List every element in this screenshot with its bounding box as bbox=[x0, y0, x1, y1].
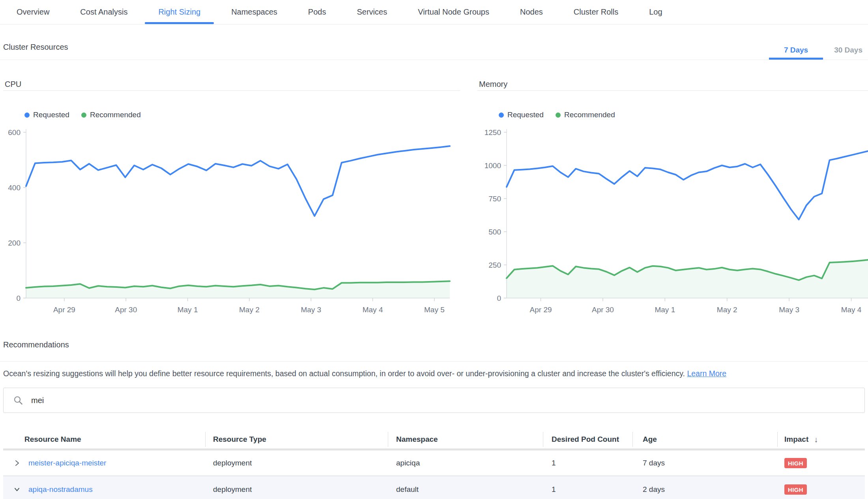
legend-label: Requested bbox=[33, 111, 69, 119]
age-cell: 2 days bbox=[632, 485, 777, 494]
chevron-right-icon[interactable] bbox=[13, 460, 21, 467]
memory-line-chart: 025050075010001250Apr 29Apr 30May 1May 2… bbox=[477, 125, 868, 315]
cpu-chart-panel: CPU Requested Recommended 0200400600Apr … bbox=[3, 77, 460, 320]
description-text: Ocean's resizing suggestions will help y… bbox=[3, 369, 685, 378]
col-header-resource-name[interactable]: Resource Name bbox=[3, 430, 205, 448]
memory-chart-panel: Memory Requested Recommended 02505007501… bbox=[477, 77, 868, 320]
tab-cost-analysis[interactable]: Cost Analysis bbox=[80, 0, 127, 24]
cpu-legend-requested[interactable]: Requested bbox=[24, 111, 69, 119]
svg-text:May 5: May 5 bbox=[424, 306, 445, 314]
svg-text:May 3: May 3 bbox=[301, 306, 321, 314]
col-header-age[interactable]: Age bbox=[632, 430, 777, 448]
impact-high-badge: HIGH bbox=[784, 484, 807, 495]
impact-cell: HIGH bbox=[777, 484, 865, 495]
resource-name-cell: meister-apiciqa-meister bbox=[3, 459, 205, 467]
memory-chart-title: Memory bbox=[479, 80, 507, 89]
memory-legend-recommended[interactable]: Recommended bbox=[556, 111, 615, 119]
age-cell: 7 days bbox=[632, 459, 777, 467]
svg-text:May 2: May 2 bbox=[717, 306, 737, 314]
col-header-impact[interactable]: Impact ↓ bbox=[777, 430, 865, 448]
svg-text:Apr 29: Apr 29 bbox=[53, 306, 75, 314]
learn-more-link[interactable]: Learn More bbox=[687, 369, 726, 378]
memory-legend: Requested Recommended bbox=[499, 111, 615, 119]
tab-namespaces[interactable]: Namespaces bbox=[231, 0, 277, 24]
svg-text:0: 0 bbox=[497, 294, 501, 302]
svg-text:0: 0 bbox=[16, 294, 21, 302]
legend-label: Recommended bbox=[90, 111, 141, 119]
svg-text:Apr 30: Apr 30 bbox=[592, 306, 614, 314]
table-row[interactable]: meister-apiciqa-meister deployment apici… bbox=[3, 450, 865, 476]
time-range-toggle: 7 Days 30 Days bbox=[784, 41, 862, 60]
svg-text:400: 400 bbox=[8, 184, 21, 192]
svg-text:Apr 30: Apr 30 bbox=[115, 306, 137, 314]
svg-text:May 1: May 1 bbox=[655, 306, 675, 314]
desired-pod-count-cell: 1 bbox=[543, 485, 632, 494]
table-header-row: Resource Name Resource Type Namespace De… bbox=[3, 430, 865, 448]
range-tab-7-days[interactable]: 7 Days bbox=[784, 41, 808, 60]
svg-text:Apr 29: Apr 29 bbox=[530, 306, 552, 314]
tab-log[interactable]: Log bbox=[649, 0, 662, 24]
svg-text:May 4: May 4 bbox=[841, 306, 862, 314]
cpu-title-divider bbox=[3, 90, 460, 91]
cpu-legend: Requested Recommended bbox=[24, 111, 141, 119]
recommended-dot-icon bbox=[81, 113, 86, 118]
col-header-namespace[interactable]: Namespace bbox=[388, 430, 543, 448]
table-row[interactable]: apiqa-nostradamus deployment default 1 2… bbox=[3, 476, 865, 499]
range-tab-30-days[interactable]: 30 Days bbox=[834, 41, 862, 60]
col-header-desired-pod-count[interactable]: Desired Pod Count bbox=[543, 430, 632, 448]
resource-type-cell: deployment bbox=[205, 485, 388, 494]
search-icon bbox=[13, 396, 23, 405]
svg-text:May 1: May 1 bbox=[178, 306, 198, 314]
resource-name-cell: apiqa-nostradamus bbox=[3, 485, 205, 494]
cluster-resources-title: Cluster Resources bbox=[3, 43, 68, 52]
col-header-resource-type[interactable]: Resource Type bbox=[205, 430, 388, 448]
recommendations-table: Resource Name Resource Type Namespace De… bbox=[3, 430, 865, 499]
impact-cell: HIGH bbox=[777, 458, 865, 468]
recommendations-description: Ocean's resizing suggestions will help y… bbox=[3, 368, 865, 379]
top-nav: Overview Cost Analysis Right Sizing Name… bbox=[0, 0, 868, 24]
cpu-line-chart: 0200400600Apr 29Apr 30May 1May 2May 3May… bbox=[3, 125, 460, 315]
svg-text:250: 250 bbox=[488, 261, 501, 269]
svg-text:200: 200 bbox=[8, 239, 21, 247]
svg-text:May 4: May 4 bbox=[363, 306, 383, 314]
tab-right-sizing[interactable]: Right Sizing bbox=[158, 0, 200, 24]
svg-text:May 3: May 3 bbox=[779, 306, 799, 314]
right-sizing-page: Overview Cost Analysis Right Sizing Name… bbox=[0, 0, 868, 499]
svg-text:750: 750 bbox=[488, 195, 501, 203]
svg-text:600: 600 bbox=[8, 128, 21, 137]
sort-descending-icon[interactable]: ↓ bbox=[814, 435, 818, 444]
legend-label: Requested bbox=[507, 111, 544, 119]
cluster-resources-header: Cluster Resources 7 Days 30 Days bbox=[0, 24, 868, 60]
cpu-chart-title: CPU bbox=[5, 80, 21, 89]
impact-high-badge: HIGH bbox=[784, 458, 807, 468]
memory-legend-requested[interactable]: Requested bbox=[499, 111, 544, 119]
recommendations-title: Recommendations bbox=[3, 340, 69, 349]
tab-services[interactable]: Services bbox=[357, 0, 387, 24]
cpu-legend-recommended[interactable]: Recommended bbox=[81, 111, 141, 119]
recommendations-divider bbox=[0, 361, 868, 362]
memory-title-divider bbox=[477, 90, 868, 91]
search-input[interactable] bbox=[3, 388, 865, 413]
tab-pods[interactable]: Pods bbox=[308, 0, 326, 24]
desired-pod-count-cell: 1 bbox=[543, 459, 632, 467]
tab-nodes[interactable]: Nodes bbox=[520, 0, 543, 24]
resource-type-cell: deployment bbox=[205, 459, 388, 467]
tab-cluster-rolls[interactable]: Cluster Rolls bbox=[574, 0, 618, 24]
namespace-cell: apiciqa bbox=[388, 459, 543, 467]
svg-text:1250: 1250 bbox=[485, 128, 501, 137]
recommended-dot-icon bbox=[556, 113, 561, 118]
tab-overview[interactable]: Overview bbox=[17, 0, 49, 24]
chevron-down-icon[interactable] bbox=[13, 486, 21, 493]
requested-dot-icon bbox=[499, 113, 504, 118]
resource-name-link[interactable]: apiqa-nostradamus bbox=[28, 485, 93, 494]
namespace-cell: default bbox=[388, 485, 543, 494]
tab-virtual-node-groups[interactable]: Virtual Node Groups bbox=[418, 0, 489, 24]
search-bar bbox=[3, 388, 865, 413]
svg-text:1000: 1000 bbox=[485, 161, 501, 170]
svg-text:May 2: May 2 bbox=[239, 306, 260, 314]
resource-name-link[interactable]: meister-apiciqa-meister bbox=[28, 459, 106, 467]
svg-text:500: 500 bbox=[488, 228, 501, 236]
legend-label: Recommended bbox=[564, 111, 615, 119]
requested-dot-icon bbox=[24, 113, 30, 118]
